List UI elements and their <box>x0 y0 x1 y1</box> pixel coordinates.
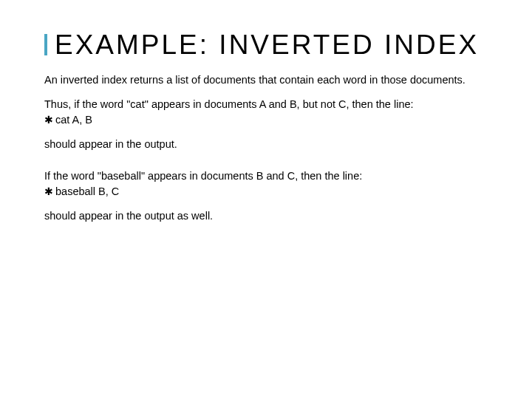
slide-body: An inverted index returns a list of docu… <box>44 73 488 222</box>
paragraph-cat-result: should appear in the output. <box>44 137 488 151</box>
bullet-cat-text: cat A, B <box>55 114 92 126</box>
paragraph-cat-setup: Thus, if the word "cat" appears in docum… <box>44 98 488 112</box>
bullet-cat: ✱cat A, B <box>44 113 488 127</box>
paragraph-baseball-result: should appear in the output as well. <box>44 209 488 223</box>
slide: EXAMPLE: INVERTED INDEX An inverted inde… <box>0 0 532 399</box>
title-accent-bar <box>44 34 47 55</box>
star-bullet-icon: ✱ <box>44 185 53 198</box>
title-block: EXAMPLE: INVERTED INDEX <box>44 30 488 60</box>
paragraph-baseball-setup: If the word "baseball" appears in docume… <box>44 169 488 183</box>
paragraph-intro: An inverted index returns a list of docu… <box>44 73 488 87</box>
bullet-baseball: ✱baseball B, C <box>44 185 488 199</box>
spacer <box>44 162 488 169</box>
slide-title: EXAMPLE: INVERTED INDEX <box>55 30 488 60</box>
bullet-baseball-text: baseball B, C <box>55 185 119 197</box>
star-bullet-icon: ✱ <box>44 113 53 126</box>
